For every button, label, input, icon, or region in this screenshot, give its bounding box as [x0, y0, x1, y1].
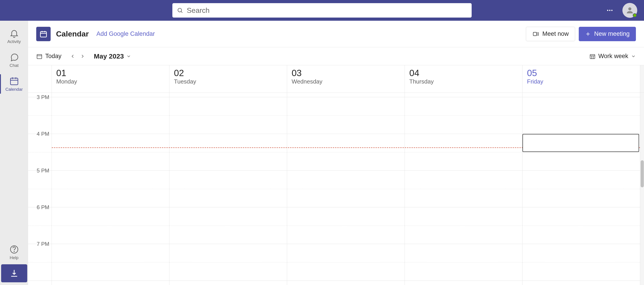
plus-icon — [585, 31, 591, 37]
vertical-scrollbar[interactable] — [640, 93, 644, 285]
day-name: Monday — [56, 78, 165, 85]
rail-help[interactable]: Help — [0, 240, 28, 264]
calendar-app-icon — [36, 27, 51, 41]
app-rail: Activity Chat Calendar Help — [0, 21, 28, 285]
svg-point-11 — [14, 251, 14, 252]
day-number: 04 — [409, 68, 518, 78]
date-picker-button[interactable]: May 2023 — [94, 53, 131, 60]
view-label: Work week — [598, 53, 628, 60]
chat-icon — [9, 52, 19, 62]
chevron-right-icon — [80, 54, 85, 59]
calendar-today-icon — [36, 53, 42, 60]
svg-rect-12 — [40, 32, 46, 37]
more-options-button[interactable] — [606, 7, 614, 14]
day-header[interactable]: 05Friday — [522, 65, 640, 93]
rail-calendar-label: Calendar — [6, 87, 23, 92]
day-column[interactable] — [287, 93, 405, 285]
calendar-grid[interactable]: 3 PM4 PM5 PM6 PM7 PM — [28, 93, 644, 285]
day-header[interactable]: 04Thursday — [405, 65, 522, 93]
title-bar — [0, 0, 644, 21]
time-label: 4 PM — [28, 131, 52, 137]
today-button[interactable]: Today — [36, 53, 62, 60]
day-name: Wednesday — [292, 78, 400, 85]
time-label: 3 PM — [28, 94, 52, 100]
search-icon — [177, 7, 183, 14]
calendar-toolbar: Today May 2023 — [28, 47, 644, 65]
chevron-down-icon — [631, 54, 636, 59]
new-meeting-button[interactable]: New meeting — [579, 27, 636, 41]
new-event-placeholder[interactable] — [522, 134, 639, 152]
rail-help-label: Help — [10, 255, 18, 260]
svg-rect-16 — [533, 32, 537, 36]
calendar-icon — [40, 30, 48, 38]
page-header: Calendar Add Google Calendar Meet now Ne… — [28, 21, 644, 47]
chevron-left-icon — [70, 54, 76, 59]
day-name: Thursday — [409, 78, 518, 85]
time-label: 6 PM — [28, 204, 52, 210]
person-icon — [625, 6, 634, 15]
add-google-calendar-link[interactable]: Add Google Calendar — [96, 30, 155, 37]
time-label: 5 PM — [28, 167, 52, 174]
day-name: Tuesday — [174, 78, 282, 85]
download-icon — [10, 269, 19, 278]
meet-now-button[interactable]: Meet now — [526, 27, 575, 41]
svg-rect-21 — [590, 54, 595, 59]
today-label: Today — [45, 53, 62, 60]
rail-calendar[interactable]: Calendar — [0, 72, 28, 96]
next-week-button[interactable] — [78, 51, 88, 61]
rail-chat[interactable]: Chat — [0, 48, 28, 72]
svg-rect-6 — [10, 78, 18, 85]
day-header[interactable]: 03Wednesday — [287, 65, 405, 93]
day-number: 01 — [56, 68, 165, 78]
svg-point-5 — [628, 8, 631, 10]
day-number: 02 — [174, 68, 282, 78]
rail-activity[interactable]: Activity — [0, 24, 28, 48]
page-title: Calendar — [56, 30, 89, 38]
svg-point-0 — [178, 8, 182, 12]
svg-rect-19 — [37, 54, 42, 59]
day-header-row: 01Monday02Tuesday03Wednesday04Thursday05… — [28, 65, 644, 93]
svg-point-4 — [611, 10, 612, 11]
svg-line-1 — [181, 12, 182, 13]
day-name: Friday — [527, 78, 636, 85]
time-label: 7 PM — [28, 241, 52, 247]
svg-point-2 — [607, 10, 608, 11]
rail-activity-label: Activity — [7, 39, 21, 44]
presence-available-icon — [633, 13, 637, 17]
bell-icon — [9, 28, 19, 38]
help-icon — [9, 244, 19, 254]
day-column[interactable] — [522, 93, 640, 285]
main-content: Calendar Add Google Calendar Meet now Ne… — [28, 21, 644, 285]
day-column[interactable] — [170, 93, 287, 285]
day-number: 03 — [292, 68, 400, 78]
meet-now-label: Meet now — [542, 30, 568, 37]
video-icon — [532, 31, 539, 37]
day-header[interactable]: 01Monday — [52, 65, 170, 93]
day-column[interactable] — [405, 93, 522, 285]
download-app-button[interactable] — [1, 264, 27, 282]
calendar-icon — [9, 76, 19, 86]
avatar[interactable] — [622, 3, 637, 18]
day-header[interactable]: 02Tuesday — [170, 65, 287, 93]
month-year-label: May 2023 — [94, 53, 124, 60]
chevron-down-icon — [126, 54, 131, 59]
ellipsis-icon — [606, 7, 614, 14]
scrollbar-thumb[interactable] — [640, 160, 644, 187]
search-box[interactable] — [172, 3, 472, 18]
calendar-view-icon — [589, 53, 596, 60]
view-selector-button[interactable]: Work week — [589, 53, 636, 60]
search-input[interactable] — [187, 6, 467, 15]
prev-week-button[interactable] — [68, 51, 78, 61]
svg-point-3 — [609, 10, 610, 11]
rail-chat-label: Chat — [10, 63, 18, 68]
new-meeting-label: New meeting — [594, 30, 630, 37]
day-column[interactable] — [52, 93, 170, 285]
day-number: 05 — [527, 68, 636, 78]
